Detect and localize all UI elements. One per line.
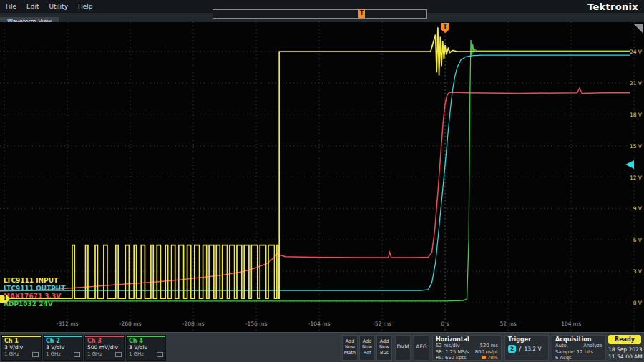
probe-icon	[115, 352, 122, 357]
compression-icon	[482, 356, 486, 359]
y-axis-tick-label: 6 V	[633, 237, 643, 243]
ready-status-button[interactable]: Ready	[608, 335, 641, 344]
add-new-bus-button[interactable]: Add New Bus	[376, 335, 392, 361]
y-axis-tick-label: 0 V	[633, 300, 643, 306]
time-label: 11:54:00 AM	[608, 353, 643, 361]
acquisition-count: 6 Acqs	[555, 355, 572, 361]
probe-icon	[74, 352, 80, 357]
x-axis-tick-label: -156 ms	[245, 321, 268, 327]
channel-badge-ch4[interactable]: Ch 4 3 V/div 1 GHz	[126, 335, 166, 361]
trigger-source-badge: 2	[508, 345, 516, 353]
add-new-ref-button[interactable]: Add New Ref	[359, 335, 375, 361]
ch1-bandwidth: 1 GHz	[4, 351, 19, 357]
menu-help[interactable]: Help	[78, 3, 93, 10]
trigger-flag-label: T	[443, 24, 447, 30]
y-axis-tick-label: 24 V	[630, 49, 643, 55]
waveform-trace-ch1[interactable]	[0, 27, 630, 298]
y-axis-tick-label: 21 V	[630, 80, 643, 87]
acquisition-analyze: Analyze	[583, 343, 602, 349]
waveform-area[interactable]: -312 ms-260 ms-208 ms-156 ms-104 ms-52 m…	[0, 22, 644, 332]
waveform-trace-ch4[interactable]	[0, 40, 630, 301]
record-view-bar[interactable]: T	[213, 9, 427, 19]
trigger-level-marker[interactable]	[625, 160, 634, 169]
waveform-trace-ch2[interactable]	[0, 55, 630, 290]
horizontal-badge[interactable]: Horizontal 52 ms/div 520 ms SR: 1.25 MS/…	[432, 335, 502, 361]
channel-badge-ch3[interactable]: Ch 3 500 mV/div 1 GHz	[84, 335, 125, 361]
ch3-bandwidth: 1 GHz	[87, 351, 102, 357]
probe-icon	[32, 352, 39, 357]
trigger-title: Trigger	[508, 336, 545, 343]
oscilloscope-screen: File Edit Utility Help Tektronix Wavefor…	[0, 0, 644, 362]
dvm-button[interactable]: DVM	[395, 335, 411, 361]
ch2-scale: 3 V/div	[44, 344, 82, 351]
acquisition-sample: Sample: 12 bits	[555, 349, 593, 356]
horizontal-title: Horizontal	[436, 336, 498, 343]
record-trigger-marker-icon[interactable]: T	[358, 9, 365, 18]
y-axis-tick-label: 3 V	[633, 268, 643, 275]
x-axis-tick-label: 104 ms	[561, 321, 581, 327]
rising-edge-icon: ∕	[519, 346, 521, 353]
tektronix-logo: Tektronix	[587, 1, 638, 12]
ch2-name: Ch 2	[44, 337, 82, 344]
annotation-ch1: LTC9111 INPUT	[4, 277, 65, 285]
y-axis-tick-label: 15 V	[630, 143, 643, 150]
horizontal-scale: 52 ms/div	[436, 343, 460, 349]
x-axis-tick-label: -208 ms	[182, 321, 205, 327]
y-axis-tick-label: 18 V	[630, 112, 643, 118]
probe-icon	[157, 352, 163, 357]
afg-button[interactable]: AFG	[414, 335, 429, 361]
x-axis-tick-label: -312 ms	[57, 321, 79, 327]
x-axis-tick-label: -260 ms	[119, 321, 142, 327]
date-label: 18 Sep 2023	[608, 346, 643, 353]
ch4-bandwidth: 1 GHz	[129, 351, 144, 357]
y-axis-tick-label: 12 V	[630, 175, 643, 181]
acquisition-title: Acquisition	[555, 336, 602, 343]
x-axis-tick-label: 52 ms	[500, 321, 517, 327]
add-new-math-button[interactable]: Add New Math	[342, 335, 358, 361]
settings-bar: Ch 1 3 V/div 1 GHz Ch 2 3 V/div 1 GHz Ch…	[0, 332, 644, 362]
ch4-scale: 3 V/div	[127, 344, 165, 351]
ch1-name: Ch 1	[2, 337, 41, 344]
ch1-scale: 3 V/div	[2, 344, 41, 351]
channel-badge-ch1[interactable]: Ch 1 3 V/div 1 GHz	[1, 335, 42, 361]
ch3-name: Ch 3	[85, 337, 124, 344]
annotation-ch2: LTC9111 OUTPUT	[4, 285, 65, 293]
horizontal-window: 520 ms	[480, 343, 498, 349]
acquisition-badge[interactable]: Acquisition Auto, Analyze Sample: 12 bit…	[552, 335, 606, 361]
menu-file[interactable]: File	[6, 3, 16, 10]
horizontal-compression: 70%	[487, 355, 498, 361]
ch3-scale: 500 mV/div	[85, 344, 124, 351]
horizontal-resolution: 800 ns/pt	[475, 349, 498, 356]
menu-edit[interactable]: Edit	[26, 3, 39, 10]
horizontal-sample-rate: SR: 1.25 MS/s	[436, 349, 469, 356]
waveform-plot: -312 ms-260 ms-208 ms-156 ms-104 ms-52 m…	[0, 22, 644, 332]
horizontal-record-length: RL: 650 kpts	[436, 355, 467, 361]
x-axis-tick-label: -52 ms	[373, 321, 391, 327]
x-axis-tick-label: -104 ms	[308, 321, 331, 327]
annotation-ch4: ADP1032 24V	[4, 300, 65, 308]
trigger-badge[interactable]: Trigger 2 ∕ 13.2 V	[504, 335, 549, 361]
trigger-level-value: 13.2 V	[524, 346, 541, 352]
acquisition-mode: Auto,	[555, 343, 568, 349]
channel-badge-ch2[interactable]: Ch 2 3 V/div 1 GHz	[43, 335, 83, 361]
y-axis-tick-label: 9 V	[633, 205, 643, 212]
ch4-name: Ch 4	[127, 337, 165, 344]
channel-annotations: LTC9111 INPUT LTC9111 OUTPUT MAX17671 3.…	[4, 277, 65, 308]
menu-utility[interactable]: Utility	[49, 3, 68, 10]
ch2-bandwidth: 1 GHz	[46, 351, 61, 357]
waveform-trace-ch3[interactable]	[0, 88, 630, 291]
annotation-ch3: MAX17671 3.3V	[4, 293, 65, 300]
results-panel-handle-icon[interactable]	[633, 24, 643, 33]
